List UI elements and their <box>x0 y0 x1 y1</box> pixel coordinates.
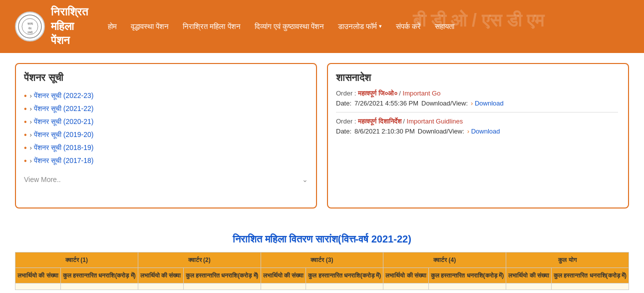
cell <box>261 283 306 290</box>
order-date-row-1: Date: 7/26/2021 4:55:36 PM Download/View… <box>336 100 618 107</box>
shasnadesh-scroll-area[interactable]: Order : महत्वपूर्ण जि०ओ० / Important Go … <box>336 90 620 200</box>
arrow-icon: › <box>30 105 32 112</box>
summary-title: निराशित महिला वितरण सारांश(वित्त-वर्ष 20… <box>15 234 629 245</box>
arrow-icon: › <box>30 157 32 164</box>
svg-text:जयते: जयते <box>27 30 33 34</box>
table-row <box>15 283 629 290</box>
dropdown-chevron-icon: ▾ <box>379 23 382 30</box>
nav-old-age[interactable]: वृद्धावस्था पेंशन <box>131 22 169 31</box>
summary-section: निराशित महिला वितरण सारांश(वित्त-वर्ष 20… <box>0 228 644 293</box>
chevron-down-icon: ⌄ <box>302 176 308 184</box>
cell <box>383 283 429 290</box>
cell <box>506 283 552 290</box>
date-key-2: Date: <box>336 128 351 135</box>
arrow-icon: › <box>30 131 32 138</box>
quarter-header-2: क्वार्टर (2) <box>138 252 261 268</box>
col-header-q4-beneficiary: लभार्थियो की संख्या <box>383 268 429 283</box>
view-more-label: View More.. <box>24 176 61 184</box>
col-header-q3-amount: कुल हस्तान्तरित धनराशि(करोड़ में) <box>306 268 383 283</box>
order-english-title-1: Important Go <box>403 90 441 97</box>
header-logo: सत्य मेव जयते निराश्रितमहिलापेंशन <box>15 5 88 48</box>
download-view-label-1: Download/View: <box>421 100 468 107</box>
col-header-q1-beneficiary: लभार्थियो की संख्या <box>15 268 61 283</box>
pensioner-list-title: पेंशनर सूची <box>24 72 308 84</box>
order-block-1: Order : महत्वपूर्ण जि०ओ० / Important Go … <box>336 90 618 112</box>
nav-help[interactable]: सहायता <box>435 22 454 31</box>
list-item: › पेंशनर सूची (2018-19) <box>24 142 308 154</box>
pensioner-link-2022[interactable]: पेंशनर सूची (2022-23) <box>34 92 93 100</box>
list-item: › पेंशनर सूची (2020-21) <box>24 116 308 128</box>
pensioner-link-2018[interactable]: पेंशनर सूची (2018-19) <box>34 144 93 152</box>
pensioner-link-2021[interactable]: पेंशनर सूची (2021-22) <box>34 104 93 113</box>
two-column-layout: पेंशनर सूची › पेंशनर सूची (2022-23) › पे… <box>15 63 629 208</box>
pensioner-link-2019[interactable]: पेंशनर सूची (2019-20) <box>34 130 93 139</box>
main-nav: होम वृद्धावस्था पेंशन निराश्रित महिला पे… <box>108 22 454 31</box>
arrow-icon: › <box>30 144 32 152</box>
col-header-q3-beneficiary: लभार्थियो की संख्या <box>261 268 306 283</box>
shasnadesh-box: शासनादेश Order : महत्वपूर्ण जि०ओ० / Impo… <box>327 63 629 208</box>
order-slash-1: / <box>399 90 402 97</box>
order-label-2: Order : महत्वपूर्ण दिशानिर्देश / Importa… <box>336 118 618 126</box>
col-header-q4-amount: कुल हस्तान्तरित धनराशि(करोड़ में) <box>429 268 506 283</box>
shasnadesh-title: शासनादेश <box>336 72 620 84</box>
quarter-header-1: क्वार्टर (1) <box>15 252 138 268</box>
header: बी डी ओ / एस डी एम सत्य मेव जयते निराश्र… <box>0 0 644 53</box>
order-hindi-title-1: महत्वपूर्ण जि०ओ० <box>358 90 397 97</box>
order-english-title-2: Important Guidlines <box>407 118 463 125</box>
nav-widow[interactable]: निराश्रित महिला पेंशन <box>183 22 240 31</box>
view-more-button[interactable]: View More.. ⌄ <box>24 174 308 186</box>
list-item: › पेंशनर सूची (2019-20) <box>24 128 308 142</box>
date-value-2: 8/6/2021 2:10:30 PM <box>354 128 415 135</box>
order-block-2: Order : महत्वपूर्ण दिशानिर्देश / Importa… <box>336 118 618 140</box>
cell <box>551 283 629 290</box>
cell <box>183 283 261 290</box>
date-value-1: 7/26/2021 4:55:36 PM <box>354 100 418 107</box>
nav-home[interactable]: होम <box>108 22 117 31</box>
nav-download-label: डाउनलोड फॉर्म <box>338 22 377 31</box>
nav-contact[interactable]: संपर्क करें <box>396 22 421 31</box>
nav-divyang[interactable]: दिव्यांग एवं कुष्ठावस्था पेंशन <box>255 22 324 31</box>
pensioner-link-2017[interactable]: पेंशनर सूची (2017-18) <box>34 156 93 165</box>
pensioner-list: › पेंशनर सूची (2022-23) › पेंशनर सूची (2… <box>24 90 308 168</box>
cell <box>60 283 138 290</box>
logo-title: निराश्रितमहिलापेंशन <box>51 5 88 48</box>
list-item: › पेंशनर सूची (2021-22) <box>24 102 308 116</box>
logo-emblem: सत्य मेव जयते <box>15 12 45 42</box>
main-content: पेंशनर सूची › पेंशनर सूची (2022-23) › पे… <box>0 53 644 228</box>
col-header-total-amount: कुल हस्तान्तरित धनराशि(करोड़ में) <box>551 268 629 283</box>
quarter-header-total: कुल योग <box>506 252 629 268</box>
cell <box>429 283 506 290</box>
svg-text:मेव: मेव <box>28 26 32 30</box>
list-item: › पेंशनर सूची (2017-18) <box>24 154 308 168</box>
quarter-header-4: क्वार्टर (4) <box>383 252 506 268</box>
order-slash-2: / <box>403 118 406 125</box>
date-key-1: Date: <box>336 100 351 107</box>
cell <box>138 283 183 290</box>
quarter-header-3: क्वार्टर (3) <box>261 252 383 268</box>
list-item: › पेंशनर सूची (2022-23) <box>24 90 308 102</box>
pensioner-list-box: पेंशनर सूची › पेंशनर सूची (2022-23) › पे… <box>15 63 317 208</box>
col-header-q2-beneficiary: लभार्थियो की संख्या <box>138 268 183 283</box>
arrow-icon: › <box>30 92 32 100</box>
order-key-text-2: Order : <box>336 118 356 125</box>
cell <box>306 283 383 290</box>
download-link-2[interactable]: Download <box>467 128 500 135</box>
pensioner-link-2020[interactable]: पेंशनर सूची (2020-21) <box>34 118 93 126</box>
download-link-1[interactable]: Download <box>471 100 504 107</box>
order-label-1: Order : महत्वपूर्ण जि०ओ० / Important Go <box>336 90 618 98</box>
col-header-total-beneficiary: लभार्थियो की संख्या <box>506 268 552 283</box>
order-date-row-2: Date: 8/6/2021 2:10:30 PM Download/View:… <box>336 128 618 135</box>
download-view-label-2: Download/View: <box>418 128 464 135</box>
arrow-icon: › <box>30 118 32 126</box>
cell <box>15 283 61 290</box>
order-hindi-title-2: महत्वपूर्ण दिशानिर्देश <box>358 118 401 125</box>
col-header-q1-amount: कुल हस्तान्तरित धनराशि(करोड़ में) <box>60 268 138 283</box>
order-key-text: Order : <box>336 90 356 97</box>
summary-table: क्वार्टर (1) क्वार्टर (2) क्वार्टर (3) क… <box>15 252 629 290</box>
nav-download-dropdown[interactable]: डाउनलोड फॉर्म ▾ <box>338 22 382 31</box>
col-header-q2-amount: कुल हस्तान्तरित धनराशि(करोड़ में) <box>183 268 261 283</box>
svg-text:सत्य: सत्य <box>27 22 33 26</box>
